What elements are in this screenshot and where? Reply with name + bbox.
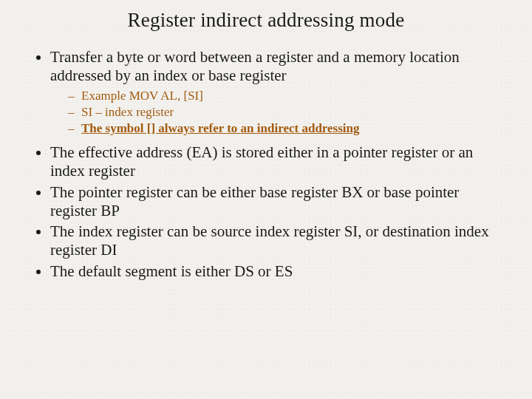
bullet-item: The effective address (EA) is stored eit… [50, 143, 502, 180]
bullet-item: The default segment is either DS or ES [50, 262, 502, 281]
bullet-item: Transfer a byte or word between a regist… [50, 48, 502, 136]
slide-title: Register indirect addressing mode [30, 9, 502, 32]
bullet-text: The pointer register can be either base … [50, 183, 459, 219]
sub-bullet-list: Example MOV AL, [SI] SI – index register… [50, 88, 502, 137]
sub-bullet-item: Example MOV AL, [SI] [71, 88, 502, 103]
bullet-text: The index register can be source index r… [50, 222, 489, 259]
sub-bullet-text: SI – index register [81, 105, 174, 119]
slide: Register indirect addressing mode Transf… [0, 0, 532, 281]
sub-bullet-text-emph: The symbol [] always refer to an indirec… [81, 121, 360, 135]
bullet-list: Transfer a byte or word between a regist… [30, 48, 502, 281]
bullet-text: Transfer a byte or word between a regist… [50, 48, 460, 84]
bullet-text: The default segment is either DS or ES [50, 262, 293, 280]
sub-bullet-text: Example MOV AL, [SI] [81, 89, 203, 103]
bullet-item: The index register can be source index r… [50, 222, 502, 259]
bullet-text: The effective address (EA) is stored eit… [50, 143, 473, 180]
sub-bullet-item: SI – index register [71, 104, 502, 120]
bullet-item: The pointer register can be either base … [50, 183, 502, 220]
sub-bullet-item: The symbol [] always refer to an indirec… [71, 120, 502, 136]
